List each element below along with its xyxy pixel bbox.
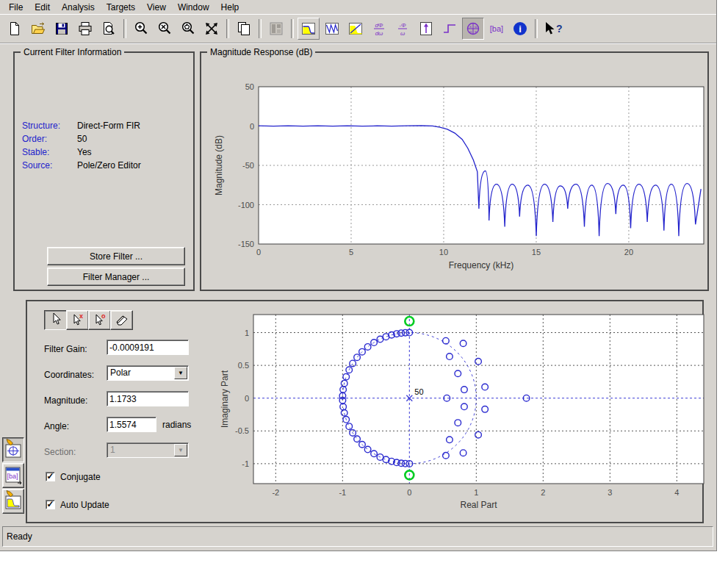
- help-pointer-icon: ?: [542, 21, 563, 37]
- filter-manager-button[interactable]: Filter Manager ...: [47, 268, 185, 286]
- svg-text:[ba]: [ba]: [490, 24, 503, 33]
- full-view-icon: [203, 21, 220, 37]
- erase-tool-button[interactable]: [110, 310, 133, 330]
- phase-response-button[interactable]: [321, 18, 343, 40]
- y-tick-label: 1: [245, 329, 249, 337]
- add-zero-cursor-icon: o: [92, 312, 108, 328]
- pole-zero-icon: xoox: [465, 21, 481, 37]
- zoom-restore-button[interactable]: [177, 18, 199, 40]
- menu-view[interactable]: View: [141, 1, 172, 14]
- coordinates-select[interactable]: Polar ▼: [107, 365, 189, 381]
- filter-gain-input[interactable]: [107, 340, 189, 355]
- coefficients-button[interactable]: [ba]: [486, 18, 508, 40]
- filter-info-row: Source:Pole/Zero Editor: [22, 160, 141, 173]
- add-pole-cursor-icon: x: [70, 312, 86, 328]
- magnitude-input[interactable]: [107, 391, 189, 406]
- zoom-in-button[interactable]: [130, 18, 152, 40]
- svg-text:i: i: [519, 24, 522, 35]
- new-icon: [7, 21, 23, 37]
- zoom-out-button[interactable]: [154, 18, 176, 40]
- angle-label: Angle:: [44, 421, 69, 431]
- toolbar: dΦdω-Φωxoox[ba]i?: [0, 14, 716, 43]
- pole-multiplicity-label: 50: [414, 387, 423, 396]
- current-filter-information-panel: Current Filter Information Structure:Dir…: [13, 51, 195, 291]
- svg-text:o: o: [469, 29, 472, 34]
- magnitude-phase-button[interactable]: [345, 18, 367, 40]
- y-axis-label: Magnitude (dB): [214, 135, 224, 196]
- y-tick-label: 0: [245, 394, 249, 403]
- svg-text:-Φ: -Φ: [399, 22, 406, 29]
- store-filter-button[interactable]: Store Filter ...: [47, 247, 185, 265]
- magnitude-response-button[interactable]: [298, 18, 320, 40]
- x-tick-label: -1: [339, 488, 346, 497]
- svg-text:o: o: [101, 312, 106, 320]
- pole-zero-editor-button[interactable]: [2, 437, 24, 462]
- svg-text:ω: ω: [400, 30, 405, 37]
- full-view-button[interactable]: [201, 18, 223, 40]
- section-value: 1: [110, 445, 115, 455]
- coefficients-editor-button[interactable]: [ba]: [2, 463, 24, 488]
- coefficients-icon: [ba]: [488, 21, 505, 37]
- chevron-down-icon[interactable]: ▼: [174, 367, 187, 379]
- pole-zero-chart[interactable]: 50-2-10123410.50-0.5-1Real PartImaginary…: [200, 304, 709, 520]
- copy-figure-button[interactable]: [233, 18, 255, 40]
- section-label: Section:: [44, 447, 76, 457]
- add-zero-tool-button[interactable]: o: [88, 310, 111, 330]
- filter-info-value: 50: [77, 134, 87, 144]
- print-button[interactable]: [74, 18, 96, 40]
- y-tick-label: 0: [250, 122, 254, 131]
- step-response-button[interactable]: [439, 18, 461, 40]
- filter-manager-label: Filter Manager ...: [83, 272, 150, 282]
- menu-window[interactable]: Window: [172, 1, 215, 14]
- svg-text:x: x: [79, 312, 83, 320]
- impulse-response-button[interactable]: [415, 18, 437, 40]
- auto-update-checkbox[interactable]: ✓: [46, 500, 55, 509]
- filter-info-button[interactable]: i: [509, 18, 531, 40]
- section-select: 1 ▼: [107, 442, 189, 458]
- phase-delay-icon: -Φω: [394, 21, 411, 37]
- toolbar-separator: [226, 19, 229, 38]
- x-tick-label: 0: [407, 488, 411, 497]
- pole-zero-button[interactable]: xoox: [462, 18, 484, 40]
- x-tick-label: 20: [624, 248, 633, 257]
- whats-this-button[interactable]: ?: [541, 18, 563, 40]
- design-filter-button[interactable]: [2, 489, 24, 514]
- add-pole-tool-button[interactable]: x: [66, 310, 89, 330]
- menu-help[interactable]: Help: [215, 1, 245, 14]
- svg-text:dΦ: dΦ: [375, 22, 383, 29]
- svg-text:dω: dω: [375, 30, 383, 37]
- x-tick-label: 1: [474, 488, 478, 497]
- magnitude-response-icon: [300, 21, 317, 37]
- phase-response-icon: [324, 21, 340, 37]
- save-icon: [54, 21, 70, 37]
- y-tick-label: -150: [238, 240, 254, 248]
- print-preview-button[interactable]: [98, 18, 120, 40]
- y-tick-label: -1: [242, 459, 249, 468]
- filter-info-label: Structure:: [22, 121, 77, 131]
- new-button[interactable]: [4, 18, 26, 40]
- menu-analysis[interactable]: Analysis: [56, 1, 101, 14]
- angle-input[interactable]: [107, 417, 156, 432]
- filter-info-label: Source:: [22, 160, 77, 171]
- open-button[interactable]: [27, 18, 49, 40]
- group-delay-button[interactable]: dΦdω: [368, 18, 390, 40]
- filter-info-value: Pole/Zero Editor: [77, 160, 141, 171]
- open-icon: [30, 21, 46, 37]
- magnitude-phase-icon: [347, 21, 364, 37]
- save-button[interactable]: [51, 18, 73, 40]
- pole-zero-editor-icon: [4, 439, 22, 462]
- conjugate-label: Conjugate: [60, 472, 101, 482]
- fdatool-window: FileEditAnalysisTargetsViewWindowHelp dΦ…: [0, 0, 717, 551]
- zoom-in-icon: [133, 21, 149, 37]
- x-axis-label: Frequency (kHz): [449, 260, 514, 270]
- menu-targets[interactable]: Targets: [101, 1, 141, 14]
- coordinates-label: Coordinates:: [44, 370, 94, 380]
- menu-file[interactable]: File: [3, 1, 29, 14]
- menu-edit[interactable]: Edit: [29, 1, 56, 14]
- coordinates-value: Polar: [110, 367, 131, 378]
- impulse-response-icon: [418, 21, 434, 37]
- conjugate-checkbox[interactable]: ✓: [46, 472, 55, 481]
- select-tool-button[interactable]: [44, 310, 67, 330]
- magnitude-response-chart[interactable]: 05101520500-50-100-150Frequency (kHz)Mag…: [200, 51, 709, 287]
- phase-delay-button[interactable]: -Φω: [392, 18, 414, 40]
